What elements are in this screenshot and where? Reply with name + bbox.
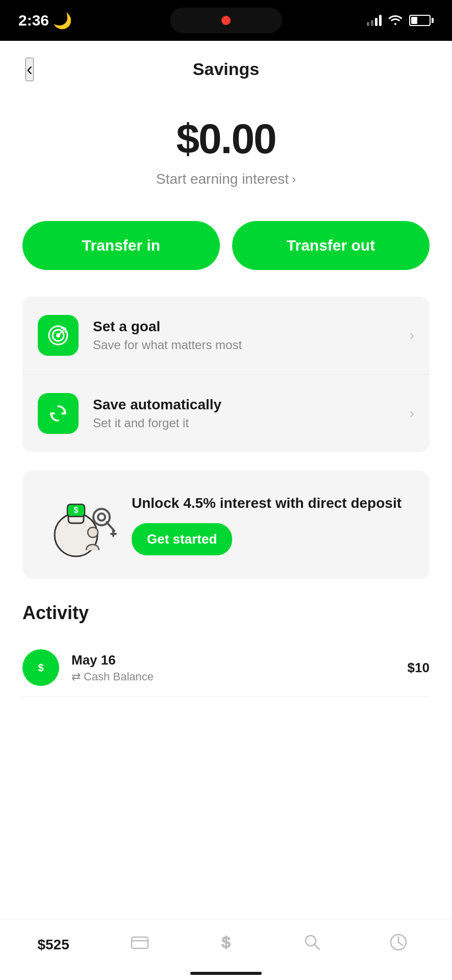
transfer-buttons: Transfer in Transfer out [0,203,452,288]
page-title: Savings [193,59,259,79]
battery-level: 37 [410,16,430,25]
nav-card[interactable] [96,932,183,957]
auto-save-text: Save automatically Set it and forget it [93,397,410,430]
activity-date: May 16 [71,652,408,668]
nav-balance[interactable]: $525 [10,937,96,953]
goal-title: Set a goal [93,318,410,335]
svg-rect-15 [132,937,148,948]
save-auto-item[interactable]: Save automatically Set it and forget it … [22,375,430,452]
auto-save-title: Save automatically [93,397,410,413]
interest-link-text: Start earning interest [156,171,289,187]
back-button[interactable]: ‹ [26,58,34,81]
svg-point-12 [88,527,98,537]
balance-section: $0.00 Start earning interest › [0,84,452,203]
bottom-nav: $525 $ [0,919,452,980]
goal-chevron-icon: › [410,327,414,344]
auto-save-icon [47,402,69,425]
recording-dot [221,16,231,25]
transfer-out-button[interactable]: Transfer out [232,221,430,270]
status-right: 37 [367,13,434,29]
balance-amount: $0.00 [20,115,432,163]
history-nav-icon [388,932,409,957]
time-display: 2:36 [18,12,49,29]
moon-icon: 🌙 [53,12,72,30]
cash-nav-icon: $ [216,932,236,957]
goal-subtitle: Save for what matters most [93,338,410,352]
status-bar: 2:36 🌙 37 [0,0,452,41]
get-started-button[interactable]: Get started [132,523,232,555]
promo-image: $ [38,489,119,560]
activity-sub: ⇄ Cash Balance [71,670,408,683]
battery-icon: 37 [409,15,434,26]
svg-text:$: $ [222,934,231,950]
status-pill [170,8,282,33]
wifi-icon [388,13,403,29]
goal-icon-bg [38,315,79,356]
svg-line-22 [398,942,403,945]
dollar-nav-icon: $ [216,932,236,952]
svg-text:$: $ [38,662,43,673]
activity-section: Activity $ May 16 ⇄ Cash Balance $10 [0,597,452,758]
signal-icon [367,15,382,26]
goal-icon [47,324,69,347]
svg-point-8 [98,513,105,521]
status-time: 2:36 🌙 [18,12,72,30]
feature-cards: Set a goal Save for what matters most › … [22,297,430,452]
auto-icon-bg [38,393,79,434]
transfer-icon: ⇄ [71,670,81,683]
nav-balance-amount: $525 [37,937,69,953]
activity-title: Activity [22,602,430,624]
cash-balance-icon: $ [31,658,51,677]
chevron-right-icon: › [292,172,296,186]
promo-content: Unlock 4.5% interest with direct deposit… [132,494,414,555]
nav-history[interactable] [356,932,442,957]
nav-cash[interactable]: $ [183,932,269,957]
auto-chevron-icon: › [410,405,414,422]
promo-title: Unlock 4.5% interest with direct deposit [132,494,414,512]
goal-text: Set a goal Save for what matters most [93,318,410,352]
transfer-in-button[interactable]: Transfer in [22,221,220,270]
activity-amount: $10 [408,660,430,676]
svg-line-19 [314,944,319,949]
home-indicator [190,972,262,975]
svg-text:$: $ [74,506,79,514]
card-icon [130,932,150,957]
activity-text: May 16 ⇄ Cash Balance [71,652,408,683]
clock-icon [388,932,409,952]
header: ‹ Savings [0,41,452,84]
promo-section: $ Unlock 4.5% interest with direct depos… [22,471,430,579]
search-icon [302,932,322,952]
search-nav-icon [302,932,322,957]
interest-link[interactable]: Start earning interest › [20,171,432,187]
card-nav-icon [130,932,150,952]
set-goal-item[interactable]: Set a goal Save for what matters most › [22,297,430,375]
nav-search[interactable] [269,932,356,957]
activity-source: Cash Balance [84,670,154,683]
activity-icon-bg: $ [22,649,59,686]
auto-save-subtitle: Set it and forget it [93,416,410,430]
promo-illustration: $ [38,489,119,560]
activity-item[interactable]: $ May 16 ⇄ Cash Balance $10 [22,639,430,697]
